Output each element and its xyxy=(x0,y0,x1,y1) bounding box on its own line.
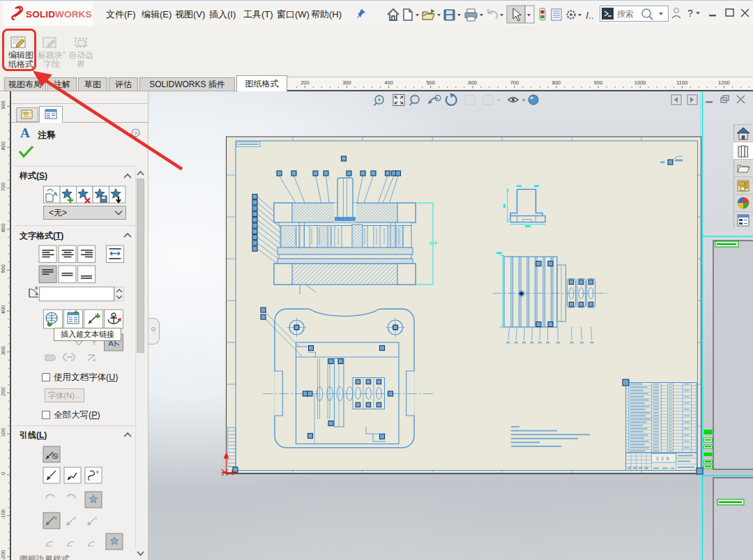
svg-text:900: 900 xyxy=(0,100,6,109)
svg-text:?: ? xyxy=(687,8,693,19)
svg-text:300: 300 xyxy=(342,80,351,86)
svg-text:-200: -200 xyxy=(0,550,6,560)
svg-text:300: 300 xyxy=(0,346,6,355)
svg-text:0: 0 xyxy=(0,472,6,475)
svg-text:800: 800 xyxy=(552,80,561,86)
svg-text:700: 700 xyxy=(510,80,519,86)
svg-text:1100: 1100 xyxy=(676,80,687,86)
svg-text:SOLID: SOLID xyxy=(26,9,55,20)
svg-text:400: 400 xyxy=(384,80,393,86)
svg-text:WORKS: WORKS xyxy=(55,9,92,20)
svg-text:100: 100 xyxy=(0,428,6,437)
svg-text:700: 700 xyxy=(0,183,6,192)
svg-text:500: 500 xyxy=(426,80,435,86)
svg-text:800: 800 xyxy=(0,142,6,151)
svg-text:200: 200 xyxy=(301,80,310,86)
svg-text:I..: I.. xyxy=(586,9,595,21)
svg-text:600: 600 xyxy=(469,80,478,86)
svg-text:400: 400 xyxy=(0,305,6,315)
svg-text:200: 200 xyxy=(0,387,6,396)
svg-text:1000: 1000 xyxy=(634,80,646,86)
svg-text:900: 900 xyxy=(594,80,603,86)
svg-text:1200: 1200 xyxy=(718,80,730,86)
svg-text:500: 500 xyxy=(0,264,6,273)
svg-text:?: ? xyxy=(134,130,137,137)
svg-text:600: 600 xyxy=(0,223,6,232)
svg-text:-100: -100 xyxy=(0,509,6,520)
